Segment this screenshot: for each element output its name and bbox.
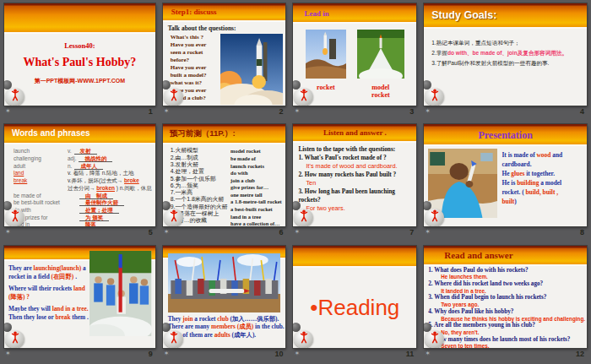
- text-segment: do with、be made of、join及复合形容词用法。: [447, 50, 567, 56]
- text-line: 1. What does Paul do with his rockets?: [428, 267, 585, 274]
- slide-thumbnail-8[interactable]: Presentation: [424, 124, 587, 226]
- slide-meta: ✶ 7: [293, 226, 416, 238]
- text-segment: No, they aren't.: [428, 329, 479, 335]
- text-line: 6.为…颁奖: [171, 182, 230, 189]
- listen-questions: Listen to the tape with the questions:1.…: [293, 143, 416, 213]
- animation-star-icon[interactable]: ✶: [425, 350, 431, 357]
- text-line: 1.火箭模型: [171, 147, 230, 154]
- slide-cell-9: They are launching(launch) arocket in a …: [4, 246, 155, 364]
- text-line: Most of them are adults (成年人).: [168, 331, 286, 340]
- text-line: 3.了解Paul制作和发射火箭模型的一些有趣的事.: [431, 58, 581, 68]
- slide-heading: 预习前测（11P.）:: [163, 124, 286, 139]
- light-ball-icon: [5, 88, 24, 106]
- slide-number: 6: [279, 228, 283, 236]
- animation-star-icon[interactable]: ✶: [5, 108, 11, 115]
- slide-thumbnail-9[interactable]: They are launching(launch) arocket in a …: [4, 246, 155, 348]
- text-line: 1. What's Paul's rocket made of ?: [298, 154, 412, 162]
- text-segment: 1. What's Paul's rocket made of ?: [298, 154, 386, 161]
- presentation-text: It is made of wood andcardboard.He glues…: [497, 149, 583, 218]
- slide-meta: ✶ 6: [163, 226, 286, 238]
- slide-thumbnail-7[interactable]: Listen and answer . Listen to the tape w…: [293, 124, 416, 226]
- slide-thumbnail-10[interactable]: They join a rocket club (加入……俱乐部).There …: [163, 246, 286, 348]
- text-line: 2. How many rockets has Paul built ?: [298, 171, 412, 179]
- text-segment: 2. Where did his rocket land two weeks a…: [428, 280, 543, 287]
- text-segment: v. 着陆，降落 n.陆地，土地: [68, 170, 134, 176]
- watermark-text: 第一PPT模板网-WWW.1PPT.COM: [4, 77, 155, 85]
- animation-star-icon[interactable]: ✶: [164, 108, 170, 115]
- animation-star-icon[interactable]: ✶: [164, 229, 170, 236]
- text-segment: 由 制成: [79, 193, 113, 199]
- slide-heading: Listen and answer .: [293, 124, 416, 137]
- text-line: 9.一个造得最好的火箭: [171, 204, 230, 210]
- slide-number: 7: [409, 228, 414, 236]
- text-line: They join a rocket club (加入……俱乐部).: [168, 315, 286, 323]
- text-segment: 过去分词→: [68, 185, 96, 191]
- text-segment: Listen to the tape with the questions:: [298, 145, 395, 153]
- text-line: Because he thinks his hobby is exciting …: [428, 316, 585, 323]
- text-line: 过去分词→ broken ) n.间歇，休息: [14, 185, 152, 193]
- animation-star-icon[interactable]: ✶: [294, 108, 300, 115]
- animation-star-icon[interactable]: ✶: [164, 350, 170, 357]
- text-segment: For two years.: [298, 204, 344, 212]
- animation-star-icon[interactable]: ✶: [425, 229, 431, 236]
- slide-thumbnail-4[interactable]: Study Goals: 1.熟记本课单词，重点短语和句子；2.掌握do wit…: [424, 3, 587, 106]
- text-segment: give prizes for: [14, 215, 79, 222]
- text-line: No, they aren't.: [428, 329, 585, 336]
- slide-thumbnail-2[interactable]: Step1: discuss Talk about the questions:…: [163, 3, 286, 106]
- slide-cell-8: Presentation: [424, 124, 587, 242]
- rocket-launch-photo: [220, 34, 284, 105]
- slide-meta: ✶ 4: [424, 106, 587, 117]
- slide-thumbnail-6[interactable]: 预习前测（11P.）: 1.火箭模型2.由…制成3.发射火箭4.处理，处置5.参…: [163, 124, 286, 226]
- club-launch-photo: [89, 251, 151, 336]
- slide-cell-4: Study Goals: 1.熟记本课单词，重点短语和句子；2.掌握do wit…: [424, 3, 587, 122]
- text-segment: 成年人: [74, 163, 103, 170]
- red-figure-icon: [4, 323, 28, 348]
- animation-star-icon[interactable]: ✶: [294, 350, 300, 357]
- text-segment: Ten: [298, 179, 316, 187]
- text-segment: .: [278, 315, 279, 323]
- text-line: a 1.8-metre-tall rocket: [230, 198, 284, 206]
- slide-cell-5: Words and phrases launchv.发射challenginga…: [4, 124, 155, 242]
- animation-star-icon[interactable]: ✶: [425, 108, 431, 115]
- animation-star-icon[interactable]: ✶: [294, 229, 300, 236]
- slide-thumbnail-12[interactable]: Read and answer 1. What does Paul do wit…: [424, 246, 587, 348]
- text-segment: 降落: [79, 221, 102, 226]
- text-segment: 2. How many rockets has Paul built ?: [298, 171, 396, 178]
- text-segment: launch: [14, 148, 68, 155]
- text-segment: members: [211, 323, 236, 330]
- text-line: 5.参加一个俱乐部: [171, 176, 230, 182]
- text-line: 1.熟记本课单词，重点短语和句子；: [431, 38, 581, 48]
- text-line: For two years.: [298, 204, 412, 213]
- text-segment: do with: [14, 207, 79, 215]
- slide-meta: ✶ 2: [163, 106, 286, 117]
- slide-cell-12: Read and answer 1. What does Paul do wit…: [424, 246, 587, 364]
- text-segment: It is made of: [502, 151, 536, 159]
- text-segment: He is: [502, 179, 517, 187]
- text-line: 2.掌握do with、be made of、join及复合形容词用法。: [431, 48, 581, 58]
- text-line: 2. Where did his rocket land two weeks a…: [428, 280, 585, 288]
- slide-thumbnail-3[interactable]: Lead in: [293, 3, 416, 106]
- slide-thumbnail-11[interactable]: •Reading: [293, 246, 416, 348]
- text-segment: rocket in a field: [8, 273, 52, 280]
- text-segment: There are many: [168, 323, 211, 330]
- slide-number: 3: [409, 107, 414, 116]
- slide-heading: Read and answer: [424, 246, 587, 260]
- boy-gluing-rocket-photo: [428, 149, 497, 218]
- text-segment: They are: [8, 264, 33, 272]
- text-line: join a club: [230, 177, 284, 185]
- real-rocket-photo: [306, 30, 346, 82]
- slide-meta: ✶ 3: [293, 106, 416, 117]
- text-line: Ten: [298, 179, 412, 187]
- animation-star-icon[interactable]: ✶: [5, 350, 11, 357]
- text-segment: He: [502, 170, 511, 177]
- text-segment: a: [81, 264, 85, 272]
- animation-star-icon[interactable]: ✶: [5, 229, 11, 236]
- text-segment: adj.: [68, 155, 79, 161]
- text-segment: it together.: [524, 170, 555, 177]
- text-segment: launching(launch): [33, 264, 81, 272]
- text-line: challengingadj.挑战性的: [14, 155, 152, 163]
- slide-thumbnail-5[interactable]: Words and phrases launchv.发射challenginga…: [4, 124, 155, 226]
- text-line: have a collection of…: [230, 220, 284, 226]
- slide-thumbnail-1[interactable]: Lesson40: What's Paul's Hobby? 第一PPT模板网-…: [4, 3, 155, 106]
- model-rocket-label: model rocket: [357, 84, 404, 99]
